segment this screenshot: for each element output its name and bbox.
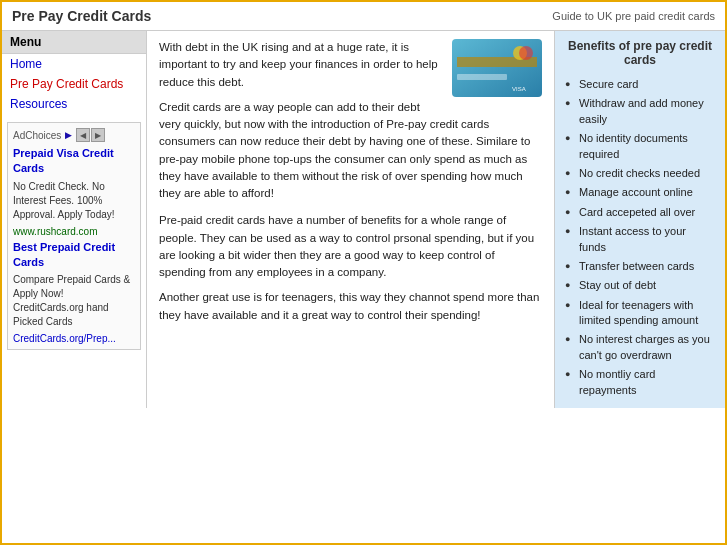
main-layout: Menu Home Pre Pay Credit Cards Resources… — [2, 31, 725, 408]
sidebar: Menu Home Pre Pay Credit Cards Resources… — [2, 31, 147, 408]
benefit-item: Instant access to your funds — [565, 222, 715, 257]
sidebar-nav: Home Pre Pay Credit Cards Resources — [2, 54, 146, 114]
page-wrapper: Pre Pay Credit Cards Guide to UK pre pai… — [0, 0, 727, 545]
ad-url-1[interactable]: www.rushcard.com — [13, 226, 135, 237]
benefit-item: No interest charges as you can't go over… — [565, 330, 715, 365]
ad-nav-arrows: ◀ ▶ — [76, 128, 105, 142]
mid-para-1: Pre-paid credit cards have a number of b… — [159, 212, 542, 281]
sidebar-menu-label: Menu — [2, 31, 146, 54]
benefits-list: Secure cardWithdraw and add money easily… — [565, 75, 715, 400]
credit-card-image: VISA — [452, 39, 542, 97]
ad-url-2[interactable]: CreditCards.org/Prep... — [13, 333, 116, 344]
center-content: VISA With debt in the UK rising and at a… — [147, 31, 555, 408]
page-header: Pre Pay Credit Cards Guide to UK pre pai… — [2, 2, 725, 31]
benefit-item: No montliy card repayments — [565, 365, 715, 400]
benefit-item: Secure card — [565, 75, 715, 94]
benefits-title: Benefits of pre pay credit cards — [565, 39, 715, 67]
svg-text:VISA: VISA — [512, 86, 526, 92]
svg-point-5 — [519, 46, 533, 60]
ad-icon: ▶ — [65, 130, 72, 140]
svg-rect-2 — [457, 74, 507, 80]
mid-para-2: Another great use is for teenagers, this… — [159, 289, 542, 324]
ad-title-2[interactable]: Best Prepaid Credit Cards — [13, 240, 135, 271]
benefit-item: No credit checks needed — [565, 164, 715, 183]
benefit-item: No identity documents required — [565, 129, 715, 164]
intro-para-2: Credit cards are a way people can add to… — [159, 99, 542, 203]
benefit-item: Stay out of debt — [565, 276, 715, 295]
ad-title-1[interactable]: Prepaid Visa Credit Cards — [13, 146, 135, 177]
sidebar-item-prepay[interactable]: Pre Pay Credit Cards — [2, 74, 146, 94]
ad-block: AdChoices ▶ ◀ ▶ Prepaid Visa Credit Card… — [7, 122, 141, 350]
sidebar-item-home[interactable]: Home — [2, 54, 146, 74]
benefit-item: Withdraw and add money easily — [565, 94, 715, 129]
benefits-panel: Benefits of pre pay credit cards Secure … — [555, 31, 725, 408]
ad-choices-label: AdChoices — [13, 130, 61, 141]
benefit-item: Ideal for teenagers with limited spendin… — [565, 296, 715, 331]
mid-text: Pre-paid credit cards have a number of b… — [159, 212, 542, 324]
credit-card-svg: VISA — [452, 39, 542, 97]
benefit-item: Card accepeted all over — [565, 203, 715, 222]
benefit-item: Transfer between cards — [565, 257, 715, 276]
ad-prev-arrow[interactable]: ◀ — [76, 128, 90, 142]
page-subtitle: Guide to UK pre paid credit cards — [552, 10, 715, 22]
mid-section: Pre-paid credit cards have a number of b… — [159, 212, 542, 324]
sidebar-item-resources[interactable]: Resources — [2, 94, 146, 114]
ad-choices-bar: AdChoices ▶ ◀ ▶ — [13, 128, 135, 142]
ad-body-2: Compare Prepaid Cards & Apply Now! Credi… — [13, 273, 135, 329]
ad-body-1: No Credit Check. No Interest Fees. 100% … — [13, 180, 135, 222]
page-title: Pre Pay Credit Cards — [12, 8, 151, 24]
ad-next-arrow[interactable]: ▶ — [91, 128, 105, 142]
benefit-item: Manage account online — [565, 183, 715, 202]
content-area: VISA With debt in the UK rising and at a… — [147, 31, 725, 408]
